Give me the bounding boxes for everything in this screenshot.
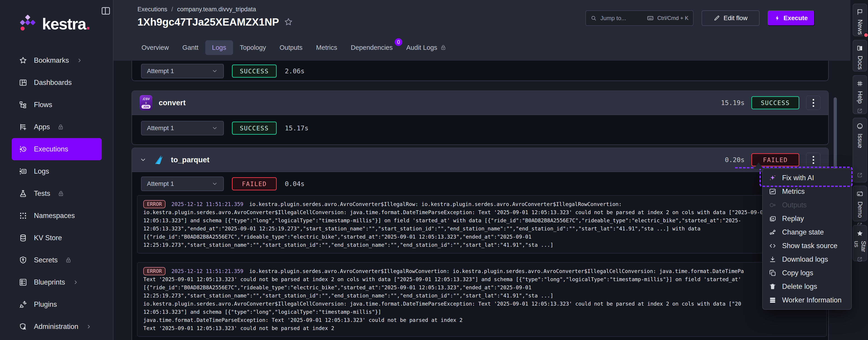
- menu-item-worker-information[interactable]: Worker Information: [763, 293, 851, 307]
- sidebar-item-label: Namespaces: [34, 211, 75, 220]
- menu-item-copy-logs[interactable]: Copy logs: [763, 266, 851, 280]
- tab-metrics[interactable]: Metrics: [309, 40, 344, 55]
- jump-to-search[interactable]: Jump to... Ctrl/Cmd + K: [585, 10, 693, 26]
- sidebar-item-label: Blueprints: [34, 278, 65, 286]
- sidebar-item-executions[interactable]: Executions: [12, 138, 102, 160]
- tab-outputs[interactable]: Outputs: [273, 40, 309, 55]
- sidebar-item-label: Secrets: [34, 256, 58, 264]
- blueprints-icon: [19, 278, 27, 286]
- tab-dependencies[interactable]: Dependencies0: [344, 40, 399, 55]
- menu-item-change-state[interactable]: Change state: [763, 225, 851, 239]
- error-level-chip: ERROR: [143, 200, 165, 208]
- sidebar-item-flows[interactable]: Flows: [12, 94, 102, 116]
- task-name: convert: [159, 98, 186, 107]
- menu-caret: [754, 163, 764, 169]
- attempt-duration: 2.06s: [285, 67, 305, 75]
- slack-icon: [857, 80, 863, 87]
- sidebar-item-blueprints[interactable]: Blueprints: [12, 271, 102, 293]
- chevron-right-icon: [86, 324, 92, 330]
- task-menu-kebab-icon[interactable]: [806, 95, 820, 110]
- breadcrumb-executions[interactable]: Executions: [137, 6, 167, 13]
- csv-to-ion-plugin-icon: .CSV .ION: [140, 95, 152, 110]
- kestra-logo[interactable]: kestra.: [17, 13, 90, 35]
- sidebar-item-plugins[interactable]: Plugins: [12, 293, 102, 316]
- task-name: to_parquet: [171, 155, 210, 164]
- sidebar-item-bookmarks[interactable]: Bookmarks: [12, 49, 102, 72]
- sidebar-item-label: Apps: [34, 123, 50, 131]
- attempt-duration: 0.04s: [285, 180, 305, 188]
- lock-icon: [440, 45, 446, 51]
- menu-item-metrics[interactable]: Metrics: [763, 185, 851, 198]
- external-link-icon: [857, 108, 863, 114]
- log-timestamp: 2025-12-12 11:51:21.359: [171, 267, 243, 275]
- tab-logs[interactable]: Logs: [205, 40, 233, 55]
- chevron-down-icon: [212, 68, 218, 74]
- chevron-right-icon: [76, 57, 83, 63]
- shield-key-icon: [19, 256, 27, 264]
- menu-item-delete-logs[interactable]: Delete logs: [763, 280, 851, 293]
- shield-account-icon: [19, 322, 27, 331]
- log-line: 12:05:13.323"] and schema [{"type":"long…: [143, 217, 820, 225]
- log-message: io.kestra.plugin.serdes.avro.AvroConvert…: [249, 200, 622, 208]
- page-title: 1Xh9gc47TJa25XEAMZX1NP: [137, 16, 293, 28]
- log-line: [{"ride_id":"B0AD82B8A2556E7C","rideable…: [143, 283, 820, 291]
- sidebar-item-kv-store[interactable]: KV Store: [12, 227, 102, 249]
- rail-issue-button[interactable]: Issue: [852, 118, 867, 182]
- status-badge: SUCCESS: [751, 96, 799, 109]
- attempt-dropdown[interactable]: Attempt 1: [141, 176, 224, 191]
- tab-bar: Overview Gantt Logs Topology Outputs Met…: [135, 40, 453, 55]
- chart-icon: [769, 188, 776, 195]
- error-log-block: ERROR 2025-12-12 11:51:21.359 io.kestra.…: [137, 195, 827, 254]
- kestra-logo-icon: [17, 13, 38, 35]
- sidebar-item-secrets[interactable]: Secrets: [12, 249, 102, 271]
- edit-flow-button[interactable]: Edit flow: [702, 10, 760, 26]
- sidebar-item-tests[interactable]: Tests: [12, 182, 102, 205]
- shortcut-hint: Ctrl/Cmd + K: [657, 15, 688, 21]
- sidebar-item-apps[interactable]: Apps: [12, 116, 102, 138]
- replay-icon: [769, 215, 776, 222]
- chevron-down-icon: [212, 125, 218, 131]
- rail-demo-button[interactable]: Demo: [852, 186, 867, 221]
- sidebar-nav: Bookmarks Dashboards Flows Apps Executio…: [0, 49, 114, 338]
- sidebar-item-label: Logs: [34, 167, 49, 175]
- log-line: io.kestra.plugin.serdes.avro.AvroConvert…: [143, 208, 820, 217]
- download-icon: [769, 256, 776, 263]
- tab-audit-logs[interactable]: Audit Logs: [399, 40, 453, 55]
- menu-item-download-logs[interactable]: Download logs: [763, 253, 851, 266]
- task-card-previous: Attempt 1 SUCCESS 2.06s: [131, 61, 829, 81]
- keyboard-icon: [647, 15, 654, 22]
- bookmark-star-icon[interactable]: [284, 18, 293, 27]
- menu-item-show-task-source[interactable]: Show task source: [763, 239, 851, 253]
- plug-icon: [19, 301, 27, 309]
- task-menu-kebab-icon[interactable]: [806, 152, 820, 167]
- sidebar-item-logs[interactable]: Logs: [12, 160, 102, 182]
- rail-news-button[interactable]: News: [852, 4, 867, 36]
- tab-gantt[interactable]: Gantt: [176, 40, 205, 55]
- sidebar-item-dashboards[interactable]: Dashboards: [12, 72, 102, 94]
- sidebar-item-administration[interactable]: Administration: [12, 316, 102, 338]
- rail-help-button[interactable]: Help: [852, 75, 867, 114]
- log-line: 12:25:19.273","start_station_name":"","s…: [143, 241, 820, 249]
- breadcrumb: Executions / company.team.divvy_tripdata: [137, 6, 256, 13]
- sidebar-item-namespaces[interactable]: Namespaces: [12, 205, 102, 227]
- execute-button[interactable]: Execute: [768, 10, 815, 26]
- rail-star-us-button[interactable]: Star us: [852, 225, 867, 261]
- status-badge: SUCCESS: [232, 64, 277, 78]
- attempt-dropdown[interactable]: Attempt 1: [141, 64, 224, 78]
- breadcrumb-separator: /: [171, 6, 173, 13]
- sidebar-collapse-icon[interactable]: [101, 6, 111, 16]
- search-icon: [590, 15, 597, 21]
- apps-icon: [19, 123, 27, 131]
- error-log-block: ERROR 2025-12-12 11:51:21.359 io.kestra.…: [137, 262, 827, 337]
- error-level-chip: ERROR: [143, 267, 165, 275]
- attempt-dropdown[interactable]: Attempt 1: [141, 121, 224, 135]
- tab-overview[interactable]: Overview: [135, 40, 176, 55]
- breadcrumb-flow[interactable]: company.team.divvy_tripdata: [177, 6, 256, 13]
- menu-item-replay[interactable]: Replay: [763, 212, 851, 225]
- rail-docs-button[interactable]: Docs: [852, 40, 867, 72]
- ai-sparkle-icon: [769, 174, 776, 181]
- tab-topology[interactable]: Topology: [233, 40, 273, 55]
- collapse-chevron-icon[interactable]: [140, 157, 147, 163]
- trash-icon: [769, 283, 776, 290]
- menu-item-fix-with-ai[interactable]: Fix with AI: [763, 171, 851, 185]
